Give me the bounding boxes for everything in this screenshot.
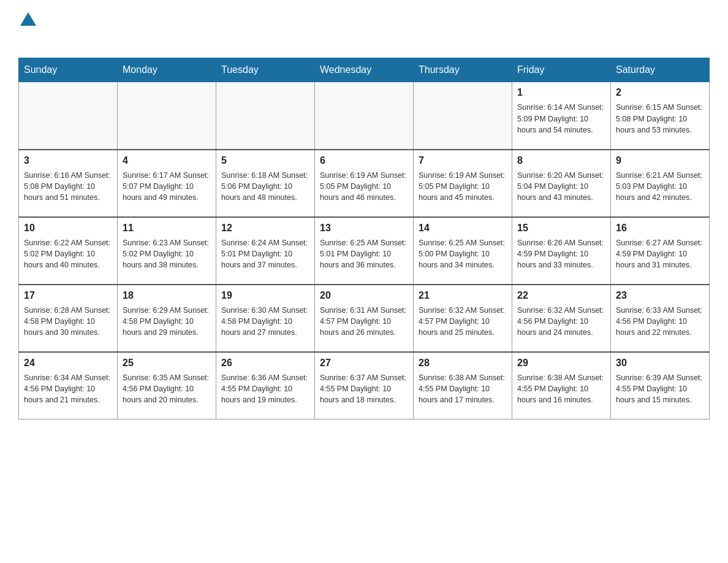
calendar-cell — [118, 82, 216, 150]
day-number: 8 — [517, 154, 605, 167]
day-info: Sunrise: 6:25 AM Sunset: 5:01 PM Dayligh… — [320, 237, 408, 270]
day-number: 18 — [123, 289, 211, 302]
day-info: Sunrise: 6:32 AM Sunset: 4:56 PM Dayligh… — [517, 305, 605, 338]
day-info: Sunrise: 6:18 AM Sunset: 5:06 PM Dayligh… — [221, 170, 309, 203]
calendar-cell: 25Sunrise: 6:35 AM Sunset: 4:56 PM Dayli… — [118, 352, 216, 419]
calendar-cell: 4Sunrise: 6:17 AM Sunset: 5:07 PM Daylig… — [118, 150, 216, 217]
calendar-cell: 18Sunrise: 6:29 AM Sunset: 4:58 PM Dayli… — [118, 285, 216, 352]
day-info: Sunrise: 6:20 AM Sunset: 5:04 PM Dayligh… — [517, 170, 605, 203]
day-number: 17 — [24, 289, 112, 302]
day-number: 29 — [517, 356, 605, 370]
day-info: Sunrise: 6:33 AM Sunset: 4:56 PM Dayligh… — [616, 305, 704, 338]
calendar-cell: 12Sunrise: 6:24 AM Sunset: 5:01 PM Dayli… — [216, 217, 315, 285]
day-number: 7 — [419, 154, 507, 167]
day-number: 28 — [419, 356, 507, 370]
day-info: Sunrise: 6:19 AM Sunset: 5:05 PM Dayligh… — [320, 170, 408, 203]
calendar-cell — [216, 82, 315, 150]
weekday-header-saturday: Saturday — [611, 58, 710, 82]
week-row-3: 10Sunrise: 6:22 AM Sunset: 5:02 PM Dayli… — [19, 217, 710, 285]
day-info: Sunrise: 6:24 AM Sunset: 5:01 PM Dayligh… — [221, 237, 309, 270]
weekday-header-thursday: Thursday — [414, 58, 512, 82]
day-info: Sunrise: 6:38 AM Sunset: 4:55 PM Dayligh… — [419, 372, 507, 405]
day-info: Sunrise: 6:14 AM Sunset: 5:09 PM Dayligh… — [517, 102, 605, 135]
day-number: 15 — [517, 221, 605, 235]
day-info: Sunrise: 6:34 AM Sunset: 4:56 PM Dayligh… — [24, 372, 112, 405]
day-info: Sunrise: 6:15 AM Sunset: 5:08 PM Dayligh… — [616, 102, 704, 135]
calendar-cell: 19Sunrise: 6:30 AM Sunset: 4:58 PM Dayli… — [216, 285, 315, 352]
week-row-5: 24Sunrise: 6:34 AM Sunset: 4:56 PM Dayli… — [19, 352, 710, 419]
calendar-cell: 10Sunrise: 6:22 AM Sunset: 5:02 PM Dayli… — [19, 217, 118, 285]
calendar-cell: 11Sunrise: 6:23 AM Sunset: 5:02 PM Dayli… — [118, 217, 216, 285]
day-number: 21 — [419, 289, 507, 302]
day-number: 10 — [24, 221, 112, 235]
day-number: 13 — [320, 221, 408, 235]
calendar-cell: 27Sunrise: 6:37 AM Sunset: 4:55 PM Dayli… — [315, 352, 414, 419]
calendar-cell: 14Sunrise: 6:25 AM Sunset: 5:00 PM Dayli… — [414, 217, 512, 285]
day-number: 19 — [221, 289, 309, 302]
calendar-cell: 24Sunrise: 6:34 AM Sunset: 4:56 PM Dayli… — [19, 352, 118, 419]
day-number: 16 — [616, 221, 704, 235]
calendar-cell: 15Sunrise: 6:26 AM Sunset: 4:59 PM Dayli… — [512, 217, 611, 285]
day-info: Sunrise: 6:36 AM Sunset: 4:55 PM Dayligh… — [221, 372, 309, 405]
day-info: Sunrise: 6:23 AM Sunset: 5:02 PM Dayligh… — [123, 237, 211, 270]
day-number: 23 — [616, 289, 704, 302]
day-info: Sunrise: 6:38 AM Sunset: 4:55 PM Dayligh… — [517, 372, 605, 405]
calendar-cell: 2Sunrise: 6:15 AM Sunset: 5:08 PM Daylig… — [611, 82, 710, 150]
calendar-cell: 23Sunrise: 6:33 AM Sunset: 4:56 PM Dayli… — [611, 285, 710, 352]
day-number: 25 — [123, 356, 211, 370]
weekday-header-tuesday: Tuesday — [216, 58, 315, 82]
calendar-cell: 13Sunrise: 6:25 AM Sunset: 5:01 PM Dayli… — [315, 217, 414, 285]
calendar-cell: 26Sunrise: 6:36 AM Sunset: 4:55 PM Dayli… — [216, 352, 315, 419]
calendar-cell: 16Sunrise: 6:27 AM Sunset: 4:59 PM Dayli… — [611, 217, 710, 285]
calendar-cell: 29Sunrise: 6:38 AM Sunset: 4:55 PM Dayli… — [512, 352, 611, 419]
calendar-cell: 28Sunrise: 6:38 AM Sunset: 4:55 PM Dayli… — [414, 352, 512, 419]
day-number: 26 — [221, 356, 309, 370]
calendar-cell: 30Sunrise: 6:39 AM Sunset: 4:55 PM Dayli… — [611, 352, 710, 419]
day-number: 4 — [123, 154, 211, 167]
calendar-cell: 6Sunrise: 6:19 AM Sunset: 5:05 PM Daylig… — [315, 150, 414, 217]
day-number: 30 — [616, 356, 704, 370]
calendar-cell — [315, 82, 414, 150]
calendar-cell: 22Sunrise: 6:32 AM Sunset: 4:56 PM Dayli… — [512, 285, 611, 352]
day-info: Sunrise: 6:28 AM Sunset: 4:58 PM Dayligh… — [24, 305, 112, 338]
weekday-header-wednesday: Wednesday — [315, 58, 414, 82]
day-number: 14 — [419, 221, 507, 235]
calendar-table: SundayMondayTuesdayWednesdayThursdayFrid… — [18, 58, 710, 419]
day-number: 6 — [320, 154, 408, 167]
day-number: 12 — [221, 221, 309, 235]
weekday-header-sunday: Sunday — [19, 58, 118, 82]
calendar-cell: 21Sunrise: 6:32 AM Sunset: 4:57 PM Dayli… — [414, 285, 512, 352]
day-info: Sunrise: 6:26 AM Sunset: 4:59 PM Dayligh… — [517, 237, 605, 270]
calendar-cell: 17Sunrise: 6:28 AM Sunset: 4:58 PM Dayli… — [19, 285, 118, 352]
logo — [18, 12, 36, 47]
week-row-1: 1Sunrise: 6:14 AM Sunset: 5:09 PM Daylig… — [19, 82, 710, 150]
day-info: Sunrise: 6:27 AM Sunset: 4:59 PM Dayligh… — [616, 237, 704, 270]
calendar-cell: 1Sunrise: 6:14 AM Sunset: 5:09 PM Daylig… — [512, 82, 611, 150]
day-info: Sunrise: 6:19 AM Sunset: 5:05 PM Dayligh… — [419, 170, 507, 203]
day-number: 11 — [123, 221, 211, 235]
day-info: Sunrise: 6:16 AM Sunset: 5:08 PM Dayligh… — [24, 170, 112, 203]
page-header — [18, 12, 710, 47]
logo-triangle-icon — [20, 12, 36, 26]
day-info: Sunrise: 6:17 AM Sunset: 5:07 PM Dayligh… — [123, 170, 211, 203]
day-number: 24 — [24, 356, 112, 370]
calendar-cell: 9Sunrise: 6:21 AM Sunset: 5:03 PM Daylig… — [611, 150, 710, 217]
day-info: Sunrise: 6:25 AM Sunset: 5:00 PM Dayligh… — [419, 237, 507, 270]
calendar-cell: 3Sunrise: 6:16 AM Sunset: 5:08 PM Daylig… — [19, 150, 118, 217]
day-info: Sunrise: 6:30 AM Sunset: 4:58 PM Dayligh… — [221, 305, 309, 338]
day-number: 2 — [616, 86, 704, 99]
weekday-header-monday: Monday — [118, 58, 216, 82]
day-number: 5 — [221, 154, 309, 167]
day-info: Sunrise: 6:21 AM Sunset: 5:03 PM Dayligh… — [616, 170, 704, 203]
calendar-cell — [414, 82, 512, 150]
day-info: Sunrise: 6:29 AM Sunset: 4:58 PM Dayligh… — [123, 305, 211, 338]
day-info: Sunrise: 6:37 AM Sunset: 4:55 PM Dayligh… — [320, 372, 408, 405]
calendar-cell: 7Sunrise: 6:19 AM Sunset: 5:05 PM Daylig… — [414, 150, 512, 217]
calendar-cell: 5Sunrise: 6:18 AM Sunset: 5:06 PM Daylig… — [216, 150, 315, 217]
day-number: 1 — [517, 86, 605, 99]
day-number: 3 — [24, 154, 112, 167]
day-number: 9 — [616, 154, 704, 167]
day-number: 22 — [517, 289, 605, 302]
week-row-2: 3Sunrise: 6:16 AM Sunset: 5:08 PM Daylig… — [19, 150, 710, 217]
day-number: 20 — [320, 289, 408, 302]
